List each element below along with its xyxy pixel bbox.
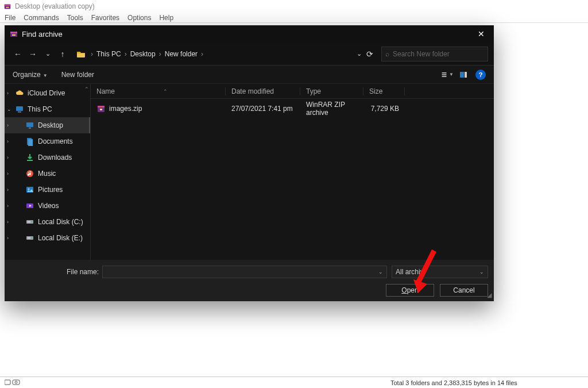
- svg-rect-3: [5, 380, 10, 385]
- chevron-down-icon: ▼: [449, 72, 454, 77]
- column-headers[interactable]: Name⌃ Date modified Type Size: [91, 84, 494, 99]
- zip-file-icon: [96, 104, 106, 113]
- expand-icon[interactable]: ›: [7, 171, 9, 176]
- sidebar-item-desktop[interactable]: ›Desktop: [5, 117, 90, 133]
- menu-help[interactable]: Help: [159, 14, 173, 22]
- menu-tools[interactable]: Tools: [67, 14, 83, 22]
- expand-icon[interactable]: ›: [7, 219, 9, 225]
- search-icon: ⌕: [385, 50, 389, 58]
- winrar-menubar[interactable]: File Commands Tools Favorites Options He…: [0, 13, 588, 23]
- organize-button[interactable]: Organize▼: [13, 71, 48, 79]
- svg-point-23: [28, 189, 30, 190]
- preview-pane-button[interactable]: [457, 68, 470, 81]
- open-button[interactable]: Open: [386, 284, 434, 297]
- chevron-right-icon[interactable]: ›: [123, 50, 128, 58]
- menu-favorites[interactable]: Favorites: [91, 14, 119, 22]
- svg-rect-12: [460, 72, 464, 78]
- file-name: images.zip: [109, 105, 142, 113]
- col-type[interactable]: Type: [300, 87, 363, 95]
- sidebar-item-music[interactable]: ›Music: [5, 166, 90, 182]
- svg-rect-13: [465, 72, 467, 78]
- address-history-button[interactable]: ⌄: [357, 50, 362, 57]
- breadcrumb-desktop[interactable]: Desktop: [128, 49, 158, 59]
- col-size[interactable]: Size: [363, 87, 405, 95]
- sidebar-item-downloads[interactable]: ›Downloads: [5, 149, 90, 166]
- col-name[interactable]: Name⌃: [91, 87, 226, 95]
- sidebar-item-videos[interactable]: ›Videos: [5, 198, 90, 214]
- up-button[interactable]: ↑: [55, 47, 70, 62]
- sidebar-item-icloud-drive[interactable]: ›iCloud Drive: [5, 85, 90, 101]
- expand-icon[interactable]: ›: [7, 122, 9, 128]
- chevron-down-icon: ⌄: [479, 269, 484, 275]
- sidebar-item-local-disk-c-[interactable]: ›Local Disk (C:): [5, 214, 90, 230]
- expand-icon[interactable]: ›: [7, 139, 9, 144]
- breadcrumb[interactable]: › This PC › Desktop › New folder ›: [76, 49, 352, 59]
- sidebar-item-label: Local Disk (C:): [38, 218, 83, 226]
- winrar-titlebar: Desktop (evaluation copy): [0, 0, 588, 13]
- chevron-right-icon[interactable]: ›: [200, 50, 204, 58]
- svg-rect-20: [27, 160, 33, 161]
- svg-rect-32: [98, 106, 105, 107]
- pc-icon: [15, 105, 24, 114]
- svg-rect-11: [442, 76, 447, 77]
- svg-rect-19: [28, 139, 33, 146]
- menu-options[interactable]: Options: [127, 14, 151, 22]
- resize-grip-icon[interactable]: ◢: [487, 291, 492, 299]
- refresh-button[interactable]: ⟳: [366, 49, 373, 59]
- svg-rect-17: [29, 128, 31, 129]
- breadcrumb-new-folder[interactable]: New folder: [163, 49, 200, 59]
- expand-icon[interactable]: ›: [7, 235, 9, 241]
- downloads-icon: [25, 153, 34, 162]
- filename-input[interactable]: ⌄: [102, 266, 387, 278]
- search-box[interactable]: ⌕: [381, 47, 488, 62]
- file-row[interactable]: images.zip27/07/2021 7:41 pmWinRAR ZIP a…: [91, 102, 494, 116]
- desktop-icon: [25, 121, 34, 130]
- status-text: Total 3 folders and 2,383,315 bytes in 1…: [390, 379, 588, 386]
- col-date[interactable]: Date modified: [226, 87, 300, 95]
- sidebar-item-documents[interactable]: ›Documents: [5, 133, 90, 149]
- expand-icon[interactable]: ›: [7, 203, 9, 209]
- col-name-label: Name: [96, 87, 115, 95]
- organize-label: Organize: [13, 71, 41, 79]
- sidebar-item-label: This PC: [28, 105, 52, 113]
- breadcrumb-this-pc[interactable]: This PC: [94, 49, 123, 59]
- toolbar: Organize▼ New folder ▼ ?: [5, 66, 494, 84]
- chevron-right-icon[interactable]: ›: [158, 50, 163, 58]
- svg-rect-2: [6, 7, 9, 8]
- sidebar-item-pictures[interactable]: ›Pictures: [5, 182, 90, 198]
- pictures-icon: [25, 185, 34, 194]
- help-button[interactable]: ?: [475, 70, 486, 80]
- menu-commands[interactable]: Commands: [24, 14, 59, 22]
- view-details-button[interactable]: ▼: [441, 68, 454, 81]
- svg-rect-4: [13, 380, 20, 385]
- cancel-button[interactable]: Cancel: [440, 284, 488, 297]
- chevron-right-icon[interactable]: ›: [90, 50, 94, 58]
- filetype-filter[interactable]: All archiv⌄: [392, 266, 488, 278]
- recent-locations-button[interactable]: ⌄: [40, 47, 55, 62]
- sidebar-item-this-pc[interactable]: ⌄This PC: [5, 101, 90, 117]
- svg-point-26: [32, 221, 33, 222]
- back-button[interactable]: ←: [10, 47, 25, 62]
- winrar-title-text: Desktop (evaluation copy): [15, 2, 95, 10]
- videos-icon: [25, 201, 34, 210]
- sidebar-item-local-disk-e-[interactable]: ›Local Disk (E:): [5, 230, 90, 246]
- dialog-titlebar[interactable]: Find archive ✕: [5, 25, 494, 43]
- disk-icon: [25, 217, 34, 226]
- svg-rect-33: [100, 109, 102, 110]
- expand-icon[interactable]: ›: [7, 155, 9, 160]
- svg-rect-16: [26, 122, 33, 127]
- sidebar-item-label: Local Disk (E:): [38, 234, 83, 242]
- svg-rect-27: [28, 221, 30, 222]
- svg-rect-15: [18, 112, 21, 113]
- search-input[interactable]: [393, 50, 484, 58]
- expand-icon[interactable]: ⌄: [7, 106, 11, 112]
- menu-file[interactable]: File: [5, 14, 16, 22]
- expand-icon[interactable]: ›: [7, 90, 9, 96]
- new-folder-button[interactable]: New folder: [61, 71, 94, 79]
- winrar-icon: [3, 2, 11, 10]
- forward-button[interactable]: →: [25, 47, 40, 62]
- close-button[interactable]: ✕: [473, 29, 489, 39]
- expand-icon[interactable]: ›: [7, 187, 9, 193]
- svg-rect-10: [442, 74, 447, 75]
- svg-rect-7: [10, 32, 17, 33]
